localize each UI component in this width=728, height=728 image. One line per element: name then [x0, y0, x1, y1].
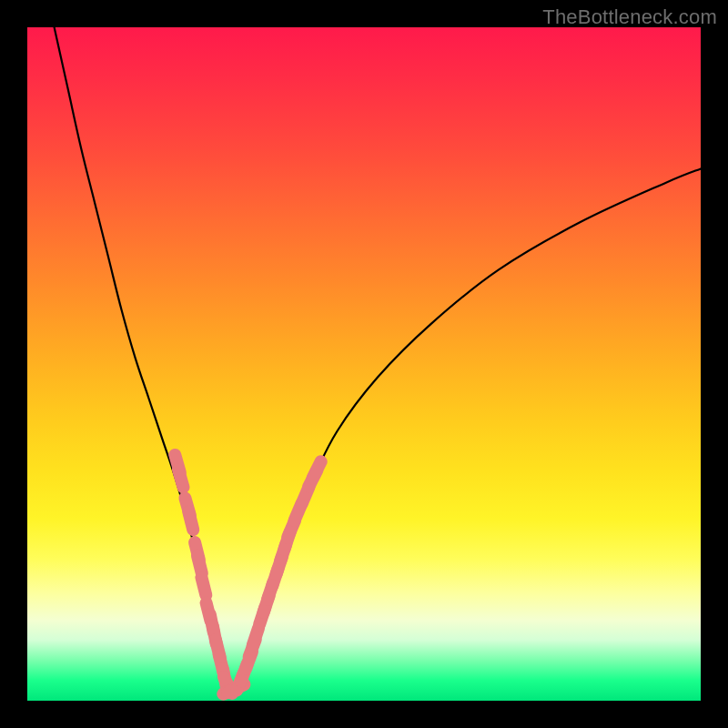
data-marker: [201, 578, 206, 595]
data-marker: [253, 628, 258, 645]
data-marker: [197, 556, 202, 573]
data-marker: [313, 461, 321, 478]
watermark-text: TheBottleneck.com: [542, 5, 717, 29]
plot-area: [27, 27, 701, 701]
marker-layer: [27, 27, 701, 701]
data-marker: [178, 470, 184, 487]
data-marker: [188, 512, 193, 530]
chart-stage: TheBottleneck.com: [0, 0, 728, 728]
